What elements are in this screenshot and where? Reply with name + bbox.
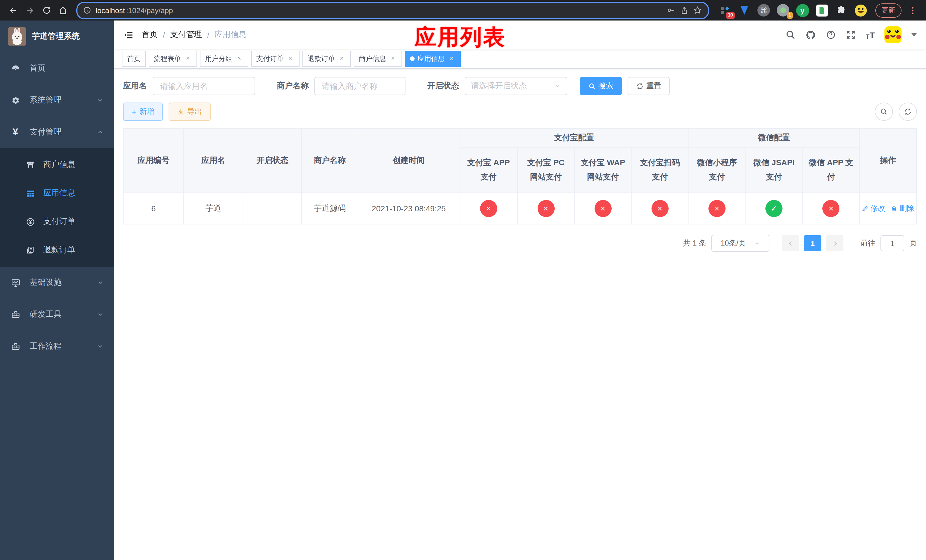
help-question-icon[interactable] [826, 30, 836, 40]
browser-menu-icon[interactable] [912, 6, 914, 14]
prev-page-button[interactable] [782, 235, 799, 251]
col-group-alipay: 支付宝配置 [460, 129, 688, 147]
sidebar-item-home[interactable]: 首页 [0, 52, 114, 84]
col-alipay-wap: 支付宝 WAP 网站支付 [574, 147, 631, 192]
sidebar-item-label: 基础设施 [30, 277, 62, 288]
col-alipay-app: 支付宝 APP 支付 [460, 147, 517, 192]
browser-toolbar: localhost:1024/pay/app 10 ⌘ 1 y [0, 0, 926, 21]
tab-refund-order[interactable]: 退款订单× [303, 51, 351, 67]
address-bar[interactable]: localhost:1024/pay/app [76, 2, 709, 19]
tab-pay-order[interactable]: 支付订单× [251, 51, 300, 67]
sidebar-logo[interactable]: 芋道管理系统 [0, 21, 114, 52]
tab-home[interactable]: 首页 [122, 51, 146, 67]
edit-link[interactable]: 修改 [862, 203, 885, 213]
url-path: :1024/pay/app [126, 6, 173, 15]
close-tab-icon[interactable]: × [235, 55, 243, 63]
app-name-input[interactable] [153, 77, 255, 95]
fullscreen-icon[interactable] [846, 30, 856, 40]
sidebar-menu: 首页 系统管理 ¥ 支付管理 [0, 52, 114, 560]
sidebar-fold-icon[interactable] [123, 29, 134, 40]
close-tab-icon[interactable]: × [338, 55, 346, 63]
merchant-name-input[interactable] [314, 77, 406, 95]
extension-target-icon[interactable]: 1 [776, 3, 790, 17]
close-tab-icon[interactable]: × [448, 55, 455, 63]
extension-doc-icon[interactable] [815, 3, 829, 17]
extension-gem-icon[interactable] [737, 3, 751, 17]
sidebar-item-label: 退款订单 [43, 245, 75, 255]
col-alipay-qr: 支付宝扫码支付 [631, 147, 688, 192]
sidebar-item-label: 商户信息 [43, 159, 75, 170]
sidebar-item-dev-tools[interactable]: 研发工具 [0, 298, 114, 330]
tab-process-form[interactable]: 流程表单× [149, 51, 197, 67]
delete-link[interactable]: 删除 [891, 203, 914, 213]
bookmark-star-icon[interactable] [693, 6, 702, 15]
col-app-id: 应用编号 [123, 129, 184, 192]
forward-icon[interactable] [22, 3, 38, 18]
github-icon[interactable] [805, 29, 816, 40]
user-avatar[interactable] [884, 26, 902, 43]
profile-avatar-icon[interactable] [854, 3, 867, 17]
sidebar-item-label: 应用信息 [43, 188, 75, 198]
page-size-select[interactable]: 10条/页 [711, 235, 769, 252]
sidebar-item-app-info[interactable]: 应用信息 [0, 179, 114, 207]
reload-icon[interactable] [39, 3, 54, 18]
goto-page-input[interactable] [881, 235, 904, 251]
toggle-search-button[interactable] [875, 103, 893, 121]
extensions-area: 10 ⌘ 1 y 更新 [715, 3, 920, 17]
sidebar-item-infrastructure[interactable]: 基础设施 [0, 266, 114, 298]
briefcase-icon [10, 342, 21, 351]
breadcrumb-payment[interactable]: 支付管理 [170, 30, 202, 40]
table-toolbar: + 新增 导出 [123, 103, 917, 121]
tab-user-group[interactable]: 用户分组× [200, 51, 248, 67]
wechat-jsapi-status-icon: ✓ [766, 200, 782, 217]
tab-app-info[interactable]: 应用信息× [405, 51, 461, 67]
sidebar-item-merchant-info[interactable]: 商户信息 [0, 150, 114, 179]
sidebar-item-pay-order[interactable]: 支付订单 [0, 207, 114, 236]
sidebar: 芋道管理系统 首页 系统管理 [0, 21, 114, 560]
close-tab-icon[interactable]: × [184, 55, 192, 63]
filter-form: 应用名 商户名称 开启状态 请选择开启状态 [123, 77, 917, 95]
sidebar-item-payment[interactable]: ¥ 支付管理 [0, 116, 114, 148]
extension-y-icon[interactable]: y [796, 3, 809, 17]
cell-created: 2021-10-23 08:49:25 [358, 192, 460, 224]
close-tab-icon[interactable]: × [286, 55, 294, 63]
extension-puzzle-icon[interactable] [834, 3, 848, 17]
info-icon[interactable] [83, 6, 91, 14]
reset-button[interactable]: 重置 [628, 77, 670, 95]
extension-badge-2: 1 [787, 12, 793, 19]
add-button[interactable]: + 新增 [123, 103, 163, 121]
sidebar-item-label: 系统管理 [30, 95, 62, 105]
refresh-table-button[interactable] [899, 103, 917, 121]
yen-icon: ¥ [10, 127, 21, 138]
status-select[interactable]: 请选择开启状态 [465, 77, 567, 95]
pagination: 共 1 条 10条/页 1 [123, 235, 917, 252]
close-tab-icon[interactable]: × [389, 55, 397, 63]
sidebar-item-label: 首页 [30, 63, 45, 74]
col-app-name: 应用名 [184, 129, 243, 192]
app-table: 应用编号 应用名 开启状态 商户名称 创建时间 支付宝配置 微信配置 操作 支付… [123, 128, 917, 224]
breadcrumb-home[interactable]: 首页 [142, 30, 158, 40]
sidebar-item-system[interactable]: 系统管理 [0, 84, 114, 116]
search-button[interactable]: 搜索 [580, 77, 622, 95]
document-copy-icon [25, 245, 35, 255]
coin-yen-icon [25, 217, 35, 227]
extension-tiles-icon[interactable]: 10 [718, 3, 732, 17]
page-1-button[interactable]: 1 [804, 235, 821, 251]
sidebar-item-refund-order[interactable]: 退款订单 [0, 236, 114, 264]
home-icon[interactable] [55, 3, 71, 18]
avatar-caret-icon[interactable] [911, 33, 917, 36]
export-button[interactable]: 导出 [169, 103, 211, 121]
back-icon[interactable] [6, 3, 21, 18]
header-search-icon[interactable] [785, 30, 796, 40]
share-icon[interactable] [680, 6, 688, 15]
table-row: 6 芋道 芋道源码 2021-10-23 08:49:25 × × × × × … [123, 192, 917, 224]
tab-merchant-info[interactable]: 商户信息× [354, 51, 402, 67]
extension-command-icon[interactable]: ⌘ [757, 3, 770, 17]
sidebar-item-workflow[interactable]: 工作流程 [0, 330, 114, 362]
next-page-button[interactable] [826, 235, 843, 251]
chrome-update-button[interactable]: 更新 [875, 3, 902, 17]
font-size-icon[interactable]: TT [865, 30, 875, 39]
dashboard-icon [10, 64, 21, 73]
col-status: 开启状态 [243, 129, 302, 192]
password-key-icon[interactable] [666, 6, 675, 15]
